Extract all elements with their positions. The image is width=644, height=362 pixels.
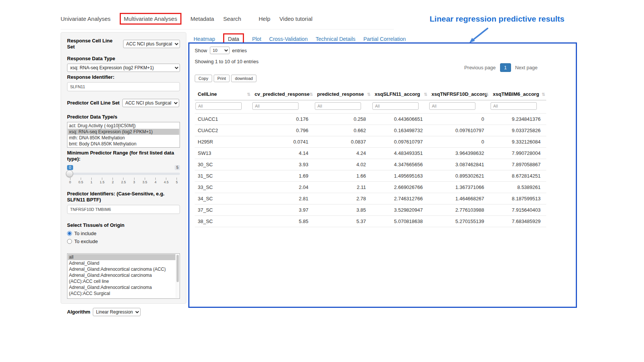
filter-input-xsqslfn11-accorg[interactable] (372, 102, 419, 110)
value-cell: 0 (428, 136, 490, 148)
cellline-cell: 37_SC (195, 204, 252, 216)
predictor-data-types-listbox: act: Drug Activity (-log10[IC50M]) xsq: … (67, 122, 180, 148)
value-cell: 4.14 (252, 148, 314, 159)
tissue-option-selected[interactable]: all (68, 254, 175, 260)
page-1-button[interactable]: 1 (500, 63, 511, 72)
tissue-option[interactable]: Adrenal_Gland (68, 260, 175, 266)
cellline-cell: 30_SC (195, 159, 252, 170)
entries-label: entries (232, 48, 247, 53)
predictor-type-option[interactable]: bmt: Body DNA 850K Methylation (68, 141, 179, 147)
slider-handle[interactable] (66, 170, 73, 177)
slider-tick: 1.5 (100, 178, 105, 184)
value-cell: 9.234841376 (490, 114, 546, 125)
value-cell: 1.495695163 (372, 170, 428, 182)
nav-metadata[interactable]: Metadata (191, 16, 214, 22)
response-data-type-label: Response Data Type (67, 56, 180, 62)
value-cell: 0.895302621 (428, 170, 490, 182)
response-data-type-select[interactable]: xsq: RNA-seq Expression (log2 FPKM+1) (67, 64, 180, 72)
predictor-cell-line-set-select[interactable]: ACC NCI plus Surgical (122, 99, 179, 107)
min-predictor-range-slider[interactable]: 0 5 0 0.5 1 1.5 2 2.5 3 3.5 4 4.5 5 (67, 165, 180, 186)
cellline-cell: 34_SC (195, 193, 252, 204)
slider-tick: 4.5 (164, 178, 169, 184)
filter-input-cv-predicted-response[interactable] (252, 102, 299, 110)
sort-icon[interactable]: ⇅ (367, 92, 370, 97)
value-cell: 2.78 (314, 193, 372, 204)
filter-input-xsqtmbim6-accorg[interactable] (491, 102, 537, 110)
sort-icon[interactable]: ⇅ (247, 92, 250, 97)
next-page-button[interactable]: Next page (513, 63, 540, 72)
nav-video-tutorial[interactable]: Video tutorial (280, 16, 313, 22)
filter-input-xsqtnfrsf10d-accorg[interactable] (429, 102, 475, 110)
download-button[interactable]: download (231, 75, 256, 82)
previous-page-button[interactable]: Previous page (462, 63, 498, 72)
value-cell: 7.990728004 (490, 148, 546, 159)
sort-icon[interactable]: ⇅ (424, 92, 427, 97)
predictor-identifiers-label: Predictor Identifiers: (Case-Sensitive, … (67, 191, 180, 203)
column-header-cellline[interactable]: CellLine⇅ (195, 88, 252, 100)
response-cell-line-set-select[interactable]: ACC NCI plus Surgical (123, 40, 180, 48)
slider-tick: 3 (132, 178, 136, 184)
tab-technical-details[interactable]: Technical Details (316, 36, 355, 42)
annotation-text: Linear regression predictive results (379, 14, 564, 23)
column-header-xsqtnfrsf10d-accorg[interactable]: xsqTNFRSF10D_accorg⇅ (428, 88, 490, 100)
slider-track[interactable] (67, 173, 180, 175)
cellline-cell: CUACC2 (195, 125, 252, 136)
table-row: H295R0.07410.08370.09761079709.332126084 (195, 136, 546, 148)
predictor-data-types-label: Predictor Data Type/s (67, 114, 180, 120)
value-cell: 0.176 (252, 114, 314, 125)
tissue-exclude-radio-input[interactable] (67, 239, 72, 244)
sort-icon[interactable]: ⇅ (542, 92, 545, 97)
predictor-type-option[interactable]: act: Drug Activity (-log10[IC50M]) (68, 123, 179, 129)
filter-input-predicted-response[interactable] (315, 102, 361, 110)
nav-multivariate-analyses[interactable]: Multivariate Analyses (120, 13, 181, 25)
column-header-label: xsqTNFRSF10D_accorg (431, 91, 487, 97)
table-row: CUACC10.1760.2580.44360665109.234841376 (195, 114, 546, 125)
slider-tick: 2 (111, 178, 115, 184)
slider-tick: 2.5 (121, 178, 126, 184)
tissue-option[interactable]: Adrenal_Gland:Adrenocortical carcinoma (… (68, 266, 175, 272)
response-identifier-label: Response Identifier: (67, 74, 180, 80)
value-cell: 4.02 (314, 159, 372, 170)
slider-tick: 4 (153, 178, 158, 184)
print-button[interactable]: Print (214, 75, 230, 82)
slider-max-label: 5 (175, 165, 180, 170)
nav-univariate-analyses[interactable]: Univariate Analyses (61, 16, 111, 22)
value-cell: 7.915640403 (490, 204, 546, 216)
predictor-type-option[interactable]: mth: DNA 850K Methylation (68, 135, 179, 141)
select-tissue-label: Select Tissue/s of Origin (67, 222, 180, 228)
column-header-predicted-response[interactable]: predicted_response⇅ (314, 88, 372, 100)
nav-help[interactable]: Help (259, 16, 270, 22)
filter-input-cellline[interactable] (195, 102, 242, 110)
sort-icon[interactable]: ⇅ (485, 92, 489, 97)
table-row: 33_SC2.042.112.6690267661.3673710668.538… (195, 182, 546, 193)
algorithm-select[interactable]: Linear Regression (93, 308, 141, 316)
tissue-include-radio[interactable]: To include (67, 231, 180, 236)
tissue-listbox-scrollbar[interactable] (176, 254, 179, 298)
predictor-identifiers-input[interactable] (67, 205, 180, 214)
tab-plot[interactable]: Plot (252, 36, 261, 42)
response-identifier-input[interactable] (67, 82, 180, 91)
tab-cross-validation[interactable]: Cross-Validation (269, 36, 308, 42)
tab-partial-correlation[interactable]: Partial Correlation (363, 36, 406, 42)
tab-heatmap[interactable]: Heatmap (194, 36, 215, 42)
table-row: 31_SC1.691.661.4956951630.8953026218.672… (195, 170, 546, 182)
tissue-option[interactable]: Adrenal_Gland:Adrenocortical carcinoma (… (68, 272, 175, 284)
tissue-exclude-radio[interactable]: To exclude (67, 239, 180, 244)
copy-button[interactable]: Copy (195, 75, 212, 82)
sort-icon[interactable]: ⇅ (309, 92, 313, 97)
value-cell: 0.0837 (314, 136, 372, 148)
value-cell: 8.672814251 (490, 170, 546, 182)
column-header-cv-predicted-response[interactable]: cv_predicted_response⇅ (252, 88, 314, 100)
column-header-xsqtmbim6-accorg[interactable]: xsqTMBIM6_accorg⇅ (490, 88, 546, 100)
value-cell: 5.070818638 (372, 216, 428, 227)
column-header-xsqslfn11-accorg[interactable]: xsqSLFN11_accorg⇅ (372, 88, 428, 100)
nav-search[interactable]: Search (223, 16, 241, 22)
scrollbar-thumb[interactable] (177, 255, 179, 282)
value-cell: 2.81 (252, 193, 314, 204)
tissue-include-radio-input[interactable] (67, 231, 72, 236)
entries-per-page-select[interactable]: 10 (210, 47, 230, 54)
tissue-option[interactable]: Adrenal_Gland:Adrenocortical carcinoma (… (68, 284, 175, 296)
value-cell: 7.897058867 (490, 159, 546, 170)
value-cell: 9.033725826 (490, 125, 546, 136)
predictor-type-option-selected[interactable]: xsq: RNA-seq Expression (log2 FPKM+1) (68, 129, 179, 135)
